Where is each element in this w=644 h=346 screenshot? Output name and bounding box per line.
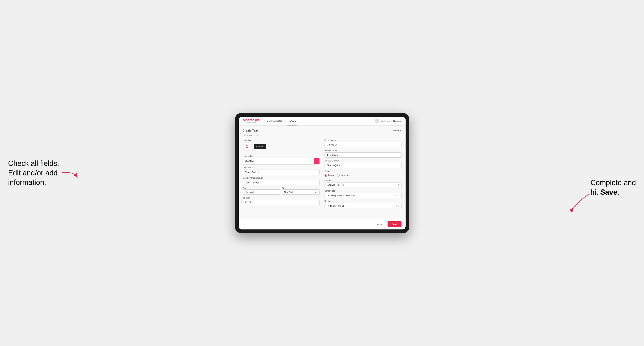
mens-radio-dot (324, 174, 327, 177)
city-group: City (243, 187, 280, 195)
section-label: TEAM DETAILS (243, 135, 402, 137)
city-input[interactable] (243, 189, 280, 195)
team-logo-field: Team logo C Upload (243, 139, 320, 153)
annotation-left: Check all fields. Edit and/or add inform… (8, 159, 59, 187)
page-title-row: Create Team Cancel ✕ (243, 129, 402, 132)
gender-mens-radio[interactable]: Mens (324, 174, 334, 177)
city-state-row: City State New York ✕ (243, 187, 320, 195)
annotation-right: Complete and hit Save. (590, 178, 636, 197)
team-name-field: Team name (243, 167, 320, 175)
nav-user: Test User | Sign out (374, 119, 402, 123)
display-name-field: Display name (unique) (243, 177, 320, 185)
form-right-col: Head Coach Assistant Coach Athletic Dire… (324, 139, 402, 208)
cancel-button[interactable]: Cancel (373, 222, 386, 227)
form-footer: Cancel Save (239, 219, 406, 229)
head-coach-field: Head Coach (324, 139, 402, 147)
colour-swatch (314, 158, 320, 164)
colour-input-wrap (243, 158, 320, 165)
team-name-input[interactable] (243, 170, 320, 175)
city-state-field: City State New York ✕ (243, 187, 320, 195)
womens-radio-dot (337, 174, 340, 177)
region-dropdown-wrap: Region II - (M) DIII ✕ ▲▼ (324, 203, 402, 208)
division-dropdown-wrap: NCAA Division III ▲▼ (324, 182, 402, 188)
conference-field: Conference University Athletic Associati… (324, 190, 402, 198)
colour-input[interactable] (243, 159, 314, 164)
tab-tournaments[interactable]: TOURNAMENTS (264, 117, 284, 126)
tablet-frame: SCOREBOARD Powered by clippd TOURNAMENTS… (235, 113, 409, 233)
tab-teams[interactable]: TEAMS (288, 117, 297, 126)
region-clear-button[interactable]: ✕ (395, 204, 398, 207)
head-coach-input[interactable] (324, 142, 402, 147)
form-grid: Team logo C Upload Team colour (243, 139, 402, 208)
avatar (374, 119, 380, 123)
conference-dropdown-wrap: University Athletic Association ✕ ▲▼ (324, 193, 402, 198)
team-logo-circle: C (243, 142, 252, 151)
zip-field: Zip code (243, 197, 320, 205)
state-select-wrap: New York ✕ ▲▼ (282, 189, 320, 195)
gender-womens-radio[interactable]: Womens (337, 174, 350, 177)
page-title: Create Team (243, 129, 260, 132)
gender-field: Gender Mens Womens (324, 170, 402, 177)
sign-out-link[interactable]: Sign out (393, 120, 401, 122)
team-logo-section: C Upload (243, 142, 320, 151)
asst-coach-input[interactable] (324, 152, 402, 158)
region-select[interactable]: Region II - (M) DIII (324, 203, 402, 208)
zip-input[interactable] (243, 200, 320, 205)
athletic-dir-field: Athletic Director (324, 160, 402, 168)
save-button[interactable]: Save (388, 221, 401, 227)
division-field: Division NCAA Division III ▲▼ (324, 179, 402, 188)
upload-button[interactable]: Upload (254, 144, 266, 149)
gender-radio-group: Mens Womens (324, 173, 402, 177)
form-left-col: Team logo C Upload Team colour (243, 139, 320, 208)
conference-clear-button[interactable]: ✕ (395, 194, 398, 196)
main-content: Create Team Cancel ✕ TEAM DETAILS Team l… (239, 126, 406, 219)
display-name-input[interactable] (243, 180, 320, 185)
navbar: SCOREBOARD Powered by clippd TOURNAMENTS… (239, 117, 406, 126)
division-select[interactable]: NCAA Division III (324, 182, 402, 188)
athletic-dir-input[interactable] (324, 163, 402, 168)
asst-coach-field: Assistant Coach (324, 149, 402, 158)
app-logo: SCOREBOARD Powered by clippd (243, 119, 260, 123)
cancel-top-button[interactable]: Cancel ✕ (392, 129, 401, 132)
conference-select[interactable]: University Athletic Association (324, 193, 402, 198)
nav-tabs: TOURNAMENTS TEAMS (264, 117, 297, 126)
state-clear-button[interactable]: ✕ (313, 191, 316, 193)
state-group: State New York ✕ ▲▼ (282, 187, 320, 195)
tablet-inner: SCOREBOARD Powered by clippd TOURNAMENTS… (239, 117, 406, 229)
region-field: Region Region II - (M) DIII ✕ ▲▼ (324, 200, 402, 208)
team-colour-field: Team colour (243, 155, 320, 165)
